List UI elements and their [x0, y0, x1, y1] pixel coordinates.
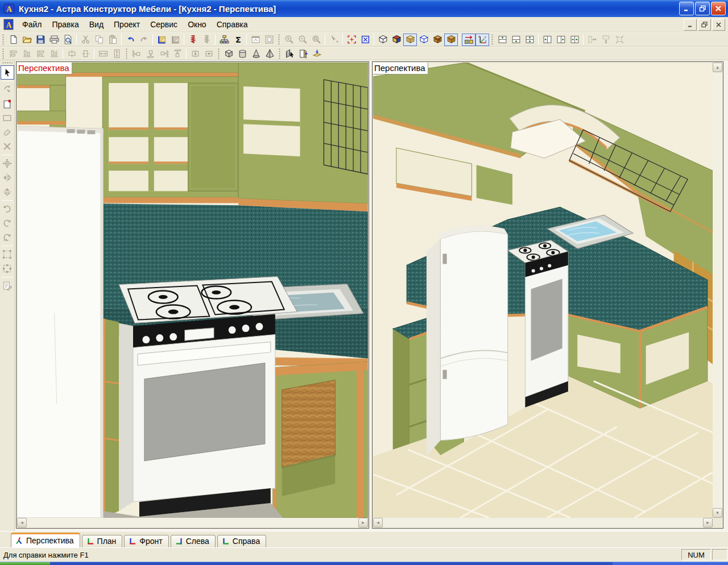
attach-floor-button[interactable] [143, 47, 157, 60]
project-structure-button[interactable] [217, 34, 231, 46]
insert-door-button[interactable] [296, 47, 310, 60]
view-split-horizontal-button[interactable] [523, 34, 536, 46]
menu-file[interactable]: Файл [17, 18, 47, 31]
orbit-view-button[interactable] [1, 82, 14, 97]
mdi-restore-button[interactable] [698, 19, 711, 31]
toolbar-grip[interactable] [2, 34, 5, 45]
display-materials-button[interactable] [462, 34, 475, 46]
primitive-box-button[interactable] [222, 47, 235, 60]
menu-project[interactable]: Проект [109, 18, 145, 31]
part-properties-button[interactable] [1, 279, 14, 293]
display-axes-button[interactable]: zxy [475, 34, 489, 46]
zoom-out-button[interactable] [296, 34, 309, 46]
scene-right[interactable] [373, 63, 713, 518]
scroll-right-button[interactable]: ▸ [703, 518, 713, 527]
window-document-button[interactable] [262, 34, 276, 46]
add-part-button[interactable] [1, 97, 14, 111]
select-tool-button[interactable] [1, 65, 14, 80]
center-vertical-button[interactable] [78, 47, 92, 60]
mdi-minimize-button[interactable] [684, 19, 697, 31]
zoom-in-button[interactable] [282, 34, 296, 46]
menu-edit[interactable]: Правка [47, 18, 84, 31]
view-split-right-button[interactable] [554, 34, 568, 46]
cut-button[interactable] [78, 34, 92, 46]
view-resize-vertical-button[interactable] [599, 34, 613, 46]
scroll-down-button[interactable]: ▾ [713, 508, 722, 518]
toolbar-grip[interactable] [279, 48, 281, 59]
display-fasteners-button[interactable] [431, 34, 444, 46]
toolbar-grip[interactable] [218, 48, 220, 59]
calculate-button[interactable]: Σ [231, 34, 245, 46]
zoom-fit-button[interactable] [309, 34, 323, 46]
tab-right[interactable]: Справа [217, 535, 266, 547]
tab-plan[interactable]: План [82, 535, 123, 547]
stretch-selection-button[interactable] [1, 247, 14, 261]
view-split-bottom-button[interactable] [509, 34, 523, 46]
view-resize-horizontal-button[interactable] [585, 34, 599, 46]
fill-material-all-button[interactable] [168, 34, 182, 46]
new-document-button[interactable] [6, 34, 20, 46]
align-bottom-group-button[interactable] [47, 47, 61, 60]
attach-wall-right-button[interactable] [157, 47, 171, 60]
rotate-90-button[interactable] [1, 230, 14, 244]
rotate-right-button[interactable] [1, 216, 14, 230]
move-part-button[interactable] [1, 156, 14, 171]
edit-contour-button[interactable] [1, 125, 14, 139]
flip-vertical-button[interactable] [1, 185, 14, 199]
display-wireframe-button[interactable] [376, 34, 390, 46]
restore-button[interactable] [695, 2, 710, 15]
display-textured-button[interactable] [403, 34, 417, 46]
attach-wall-back-button[interactable] [171, 47, 184, 60]
mdi-close-button[interactable] [712, 19, 725, 31]
fasteners-auto-button[interactable] [200, 34, 213, 46]
toolbar-grip[interactable] [2, 62, 13, 64]
tab-left[interactable]: Слева [171, 535, 216, 547]
tab-front[interactable]: Фронт [124, 535, 168, 547]
menu-view[interactable]: Вид [84, 18, 109, 31]
view-split-left-button[interactable] [540, 34, 554, 46]
scroll-left-button[interactable]: ◂ [373, 518, 383, 527]
view-split-top-button[interactable] [495, 34, 509, 46]
room-center-horizontal-button[interactable] [188, 47, 202, 60]
fit-width-button[interactable] [96, 47, 110, 60]
stretch-selection-alt-button[interactable] [1, 261, 14, 276]
flip-horizontal-button[interactable] [1, 171, 14, 185]
save-project-button[interactable] [34, 34, 47, 46]
tab-perspective[interactable]: Перспектива [11, 533, 80, 547]
toolbar-grip[interactable] [2, 48, 5, 59]
attach-wall-left-button[interactable] [130, 47, 143, 60]
scroll-left-button[interactable]: ◂ [17, 518, 27, 527]
print-preview-button[interactable] [61, 34, 75, 46]
print-button[interactable] [47, 34, 61, 46]
close-button[interactable] [711, 2, 726, 15]
scroll-right-button[interactable]: ▸ [358, 518, 368, 527]
view-delete-button[interactable] [358, 34, 372, 46]
room-center-vertical-button[interactable] [202, 47, 216, 60]
copy-button[interactable] [92, 34, 106, 46]
menu-window[interactable]: Окно [183, 18, 212, 31]
minimize-button[interactable] [679, 2, 694, 15]
fill-material-button[interactable] [155, 34, 168, 46]
align-bottom-edges-button[interactable] [20, 47, 34, 60]
menu-help[interactable]: Справка [212, 18, 253, 31]
align-left-group-button[interactable] [34, 47, 47, 60]
primitive-cylinder-button[interactable] [235, 47, 249, 60]
scroll-up-button[interactable]: ▴ [713, 63, 722, 72]
center-horizontal-button[interactable] [65, 47, 78, 60]
toolbar-grip[interactable] [491, 34, 494, 45]
horizontal-scrollbar-left-pane[interactable]: ◂ ▸ [17, 518, 368, 527]
rotate-left-button[interactable] [1, 202, 14, 216]
vertical-scrollbar-right-pane[interactable]: ▴ ▾ [713, 63, 722, 518]
view-center-button[interactable] [345, 34, 358, 46]
primitive-pyramid-button[interactable] [263, 47, 276, 60]
scene-left[interactable] [17, 63, 368, 518]
view-resize-all-button[interactable] [613, 34, 626, 46]
align-left-edges-button[interactable] [6, 47, 20, 60]
menu-service[interactable]: Сервис [145, 18, 183, 31]
toolbar-grip[interactable] [278, 34, 280, 45]
open-project-button[interactable] [20, 34, 34, 46]
window-new-button[interactable] [249, 34, 262, 46]
start-button-edge[interactable] [0, 562, 50, 565]
pan-view-button[interactable] [327, 34, 341, 46]
insert-panel-button[interactable] [310, 47, 324, 60]
